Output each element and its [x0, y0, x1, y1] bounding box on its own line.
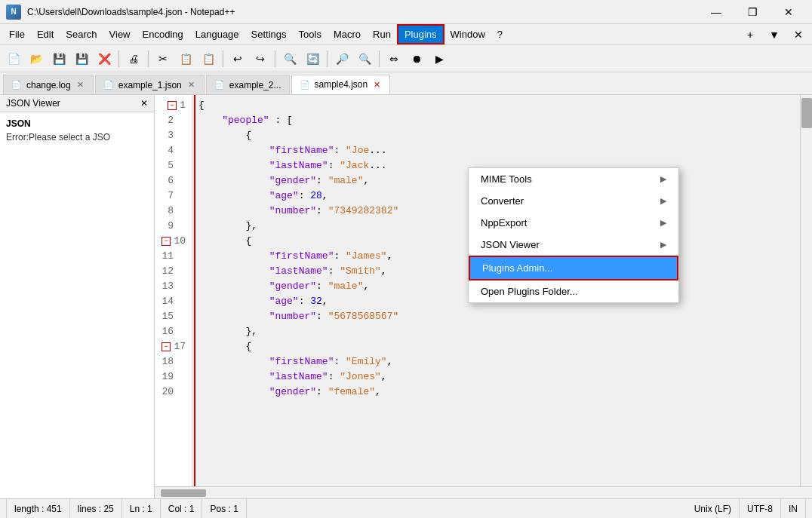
status-line-ending: Unix (LF): [687, 499, 740, 518]
json-viewer-sidebar: JSON Viewer ✕ JSON Error:Please select a…: [0, 95, 155, 498]
sync-scroll-btn[interactable]: ⇔: [383, 48, 404, 69]
line-num-2: 2: [155, 113, 192, 128]
menu-tools[interactable]: Tools: [293, 26, 328, 43]
fold-marker-10[interactable]: −: [161, 237, 171, 246]
menu-run[interactable]: Run: [367, 26, 397, 43]
line-num-18: 18: [155, 354, 192, 369]
app-icon: N: [6, 5, 21, 20]
sidebar-json-label: JSON: [6, 118, 148, 129]
find-replace-btn[interactable]: 🔄: [302, 48, 323, 69]
macro-play-btn[interactable]: ▶: [429, 48, 450, 69]
menu-edit[interactable]: Edit: [31, 26, 60, 43]
plugins-menu-plugins-admin[interactable]: Plugins Admin...: [469, 256, 678, 280]
menu-file[interactable]: File: [3, 26, 31, 43]
mime-tools-label: MIME Tools: [481, 173, 532, 185]
open-plugins-folder-label: Open Plugins Folder...: [481, 286, 578, 297]
paste-btn[interactable]: 📋: [198, 48, 219, 69]
tab-example1-label: example_1.json: [118, 80, 182, 90]
status-bar: length : 451 lines : 25 Ln : 1 Col : 1 P…: [0, 498, 812, 518]
tab-example1-icon: 📄: [103, 80, 114, 90]
code-line-15: "number": "5678568567": [198, 309, 794, 324]
line-num-9: 9: [155, 219, 192, 234]
line-num-10: − 10: [155, 234, 192, 249]
line-num-20: 20: [155, 385, 192, 400]
open-file-btn[interactable]: 📂: [26, 48, 47, 69]
plugins-menu-nppexport[interactable]: NppExport ▶: [469, 212, 678, 234]
redo-btn[interactable]: ↪: [250, 48, 271, 69]
scrollbar-thumb[interactable]: [801, 98, 812, 128]
close-button[interactable]: ✕: [771, 1, 806, 23]
code-line-20: "gender": "female",: [198, 385, 794, 400]
line-num-6: 6: [155, 173, 192, 189]
save-btn[interactable]: 💾: [48, 48, 69, 69]
sidebar-header: JSON Viewer ✕: [0, 95, 154, 112]
code-line-16: },: [198, 324, 794, 339]
copy-btn[interactable]: 📋: [175, 48, 196, 69]
vertical-scrollbar[interactable]: [800, 95, 812, 486]
toolbar: 📄 📂 💾 💾 ❌ 🖨 ✂ 📋 📋 ↩ ↪ 🔍 🔄 🔎 🔍 ⇔ ⏺ ▶: [0, 45, 812, 72]
menu-help[interactable]: ?: [491, 26, 509, 43]
sidebar-close-btn[interactable]: ✕: [140, 98, 148, 109]
macro-record-btn[interactable]: ⏺: [406, 48, 427, 69]
plugins-dropdown-menu[interactable]: MIME Tools ▶ Converter ▶ NppExport ▶ JSO…: [468, 167, 679, 303]
new-tab-button[interactable]: +: [740, 24, 761, 45]
status-pos: Pos : 1: [202, 499, 246, 518]
menu-view[interactable]: View: [103, 26, 137, 43]
tab-sample4[interactable]: 📄 sample4.json ✕: [291, 75, 391, 94]
sidebar-error-text: Error:Please select a JSO: [6, 132, 148, 143]
status-ln: Ln : 1: [122, 499, 161, 518]
tab-sample4-icon: 📄: [300, 80, 310, 90]
tab-example2[interactable]: 📄 example_2...: [206, 75, 290, 94]
minimize-button[interactable]: —: [699, 1, 734, 23]
tab-change-log-close[interactable]: ✕: [75, 79, 85, 90]
menu-encoding[interactable]: Encoding: [137, 26, 189, 43]
fold-marker-1[interactable]: −: [168, 101, 177, 110]
line-num-8: 8: [155, 204, 192, 219]
line-num-19: 19: [155, 369, 192, 385]
plugins-menu-json-viewer[interactable]: JSON Viewer ▶: [469, 234, 678, 256]
line-num-5: 5: [155, 158, 192, 173]
json-viewer-arrow: ▶: [660, 240, 666, 250]
undo-btn[interactable]: ↩: [227, 48, 248, 69]
plugins-menu-mime-tools[interactable]: MIME Tools ▶: [469, 168, 678, 190]
tab-list-button[interactable]: ▼: [764, 24, 785, 45]
menu-macro[interactable]: Macro: [328, 26, 367, 43]
menu-language[interactable]: Language: [189, 26, 245, 43]
menu-window[interactable]: Window: [444, 26, 491, 43]
fold-marker-17[interactable]: −: [161, 342, 171, 351]
status-encoding: UTF-8: [740, 499, 781, 518]
horizontal-scrollbar[interactable]: [155, 486, 812, 498]
tab-sample4-close[interactable]: ✕: [372, 79, 382, 90]
status-lines: lines : 25: [70, 499, 122, 518]
code-line-3: {: [198, 128, 794, 143]
h-scrollbar-thumb[interactable]: [161, 489, 206, 497]
cut-btn[interactable]: ✂: [152, 48, 174, 69]
restore-button[interactable]: ❐: [735, 1, 770, 23]
menu-plugins[interactable]: Plugins: [397, 24, 444, 44]
tab-sample4-label: sample4.json: [315, 79, 368, 90]
line-num-13: 13: [155, 279, 192, 294]
sidebar-content: JSON Error:Please select a JSO: [0, 112, 154, 498]
tab-change-log-label: change.log: [26, 80, 71, 90]
tab-example2-label: example_2...: [229, 80, 281, 90]
print-btn[interactable]: 🖨: [123, 48, 144, 69]
zoom-out-btn[interactable]: 🔍: [354, 48, 375, 69]
toolbar-sep-3: [223, 51, 223, 67]
menu-settings[interactable]: Settings: [245, 26, 293, 43]
line-num-1: − 1: [155, 98, 192, 113]
new-file-btn[interactable]: 📄: [3, 48, 24, 69]
find-btn[interactable]: 🔍: [279, 48, 300, 69]
close-all-button[interactable]: ✕: [788, 24, 809, 45]
save-all-btn[interactable]: 💾: [71, 48, 92, 69]
menu-search[interactable]: Search: [60, 26, 103, 43]
plugins-menu-open-folder[interactable]: Open Plugins Folder...: [469, 280, 678, 302]
tab-example1-close[interactable]: ✕: [186, 79, 196, 90]
tab-change-log[interactable]: 📄 change.log ✕: [3, 75, 94, 94]
close-btn[interactable]: ❌: [94, 48, 115, 69]
line-num-3: 3: [155, 128, 192, 143]
tab-example1[interactable]: 📄 example_1.json ✕: [95, 75, 205, 94]
plugins-menu-converter[interactable]: Converter ▶: [469, 190, 678, 212]
sidebar-title: JSON Viewer: [6, 98, 60, 109]
tab-example2-icon: 📄: [214, 80, 225, 90]
zoom-in-btn[interactable]: 🔎: [331, 48, 352, 69]
